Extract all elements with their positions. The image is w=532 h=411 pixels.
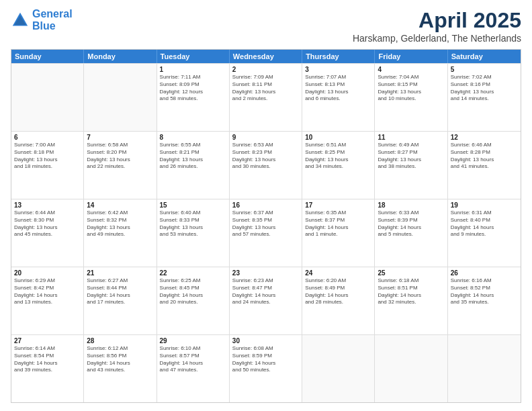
calendar-cell — [11, 64, 84, 131]
calendar-header-cell: Tuesday — [157, 50, 230, 63]
cell-info: Sunrise: 7:04 AMSunset: 8:15 PMDaylight:… — [378, 74, 444, 103]
cell-info: Sunrise: 6:40 AMSunset: 8:33 PMDaylight:… — [160, 210, 226, 238]
day-number: 30 — [232, 337, 299, 345]
cell-info: Sunrise: 6:20 AMSunset: 8:49 PMDaylight:… — [305, 277, 371, 306]
calendar-row: 1Sunrise: 7:11 AMSunset: 8:09 PMDaylight… — [11, 63, 521, 131]
cell-info: Sunrise: 6:18 AMSunset: 8:51 PMDaylight:… — [378, 277, 444, 306]
calendar-cell: 17Sunrise: 6:35 AMSunset: 8:37 PMDayligh… — [302, 199, 375, 267]
cell-info: Sunrise: 7:07 AMSunset: 8:13 PMDaylight:… — [305, 74, 371, 103]
calendar-cell: 14Sunrise: 6:42 AMSunset: 8:32 PMDayligh… — [84, 199, 157, 267]
cell-info: Sunrise: 6:08 AMSunset: 8:59 PMDaylight:… — [232, 345, 299, 374]
calendar-cell — [84, 64, 157, 131]
day-number: 6 — [14, 134, 81, 141]
calendar-cell: 10Sunrise: 6:51 AMSunset: 8:25 PMDayligh… — [302, 132, 375, 199]
calendar-header-cell: Thursday — [302, 50, 375, 63]
calendar-cell: 25Sunrise: 6:18 AMSunset: 8:51 PMDayligh… — [375, 267, 447, 334]
calendar-cell: 24Sunrise: 6:20 AMSunset: 8:49 PMDayligh… — [302, 267, 375, 334]
calendar-cell — [448, 335, 521, 402]
calendar-header-cell: Wednesday — [230, 50, 302, 63]
calendar-cell: 29Sunrise: 6:10 AMSunset: 8:57 PMDayligh… — [157, 335, 230, 402]
cell-info: Sunrise: 6:16 AMSunset: 8:52 PMDaylight:… — [451, 277, 518, 306]
day-number: 10 — [305, 134, 371, 141]
calendar-cell: 9Sunrise: 6:53 AMSunset: 8:23 PMDaylight… — [230, 132, 302, 199]
calendar-cell: 1Sunrise: 7:11 AMSunset: 8:09 PMDaylight… — [157, 64, 230, 131]
day-number: 16 — [232, 201, 299, 209]
calendar-cell: 23Sunrise: 6:23 AMSunset: 8:47 PMDayligh… — [230, 267, 302, 334]
day-number: 22 — [160, 269, 226, 277]
main-title: April 2025 — [353, 8, 521, 33]
calendar-cell: 8Sunrise: 6:55 AMSunset: 8:21 PMDaylight… — [157, 132, 230, 199]
calendar-cell: 7Sunrise: 6:58 AMSunset: 8:20 PMDaylight… — [84, 132, 157, 199]
cell-info: Sunrise: 6:46 AMSunset: 8:28 PMDaylight:… — [451, 142, 518, 171]
calendar-cell: 26Sunrise: 6:16 AMSunset: 8:52 PMDayligh… — [448, 267, 521, 334]
day-number: 1 — [160, 66, 226, 73]
logo-text: General Blue — [32, 8, 73, 32]
calendar-row: 20Sunrise: 6:29 AMSunset: 8:42 PMDayligh… — [11, 267, 521, 334]
day-number: 29 — [160, 337, 226, 345]
cell-info: Sunrise: 6:51 AMSunset: 8:25 PMDaylight:… — [305, 142, 371, 171]
calendar-cell: 13Sunrise: 6:44 AMSunset: 8:30 PMDayligh… — [11, 199, 84, 267]
calendar-cell: 18Sunrise: 6:33 AMSunset: 8:39 PMDayligh… — [375, 199, 447, 267]
cell-info: Sunrise: 7:11 AMSunset: 8:09 PMDaylight:… — [160, 74, 226, 103]
calendar: SundayMondayTuesdayWednesdayThursdayFrid… — [11, 49, 521, 403]
calendar-cell — [375, 335, 447, 402]
calendar-cell — [302, 335, 375, 402]
calendar-header-cell: Monday — [84, 50, 157, 63]
day-number: 8 — [160, 134, 226, 141]
day-number: 17 — [305, 201, 371, 209]
calendar-cell: 28Sunrise: 6:12 AMSunset: 8:56 PMDayligh… — [84, 335, 157, 402]
page: General Blue April 2025 Harskamp, Gelder… — [0, 0, 532, 411]
calendar-cell: 2Sunrise: 7:09 AMSunset: 8:11 PMDaylight… — [230, 64, 302, 131]
calendar-cell: 11Sunrise: 6:49 AMSunset: 8:27 PMDayligh… — [375, 132, 447, 199]
cell-info: Sunrise: 7:09 AMSunset: 8:11 PMDaylight:… — [232, 74, 299, 103]
cell-info: Sunrise: 6:49 AMSunset: 8:27 PMDaylight:… — [378, 142, 444, 171]
day-number: 18 — [378, 201, 444, 209]
day-number: 2 — [232, 66, 299, 73]
cell-info: Sunrise: 6:31 AMSunset: 8:40 PMDaylight:… — [451, 210, 518, 238]
calendar-cell: 4Sunrise: 7:04 AMSunset: 8:15 PMDaylight… — [375, 64, 447, 131]
day-number: 28 — [87, 337, 153, 345]
calendar-cell: 19Sunrise: 6:31 AMSunset: 8:40 PMDayligh… — [448, 199, 521, 267]
day-number: 4 — [378, 66, 444, 73]
calendar-row: 6Sunrise: 7:00 AMSunset: 8:18 PMDaylight… — [11, 131, 521, 199]
calendar-cell: 21Sunrise: 6:27 AMSunset: 8:44 PMDayligh… — [84, 267, 157, 334]
calendar-cell: 12Sunrise: 6:46 AMSunset: 8:28 PMDayligh… — [448, 132, 521, 199]
logo-line2: Blue — [32, 20, 56, 32]
cell-info: Sunrise: 6:12 AMSunset: 8:56 PMDaylight:… — [87, 345, 153, 374]
calendar-cell: 20Sunrise: 6:29 AMSunset: 8:42 PMDayligh… — [11, 267, 84, 334]
calendar-cell: 15Sunrise: 6:40 AMSunset: 8:33 PMDayligh… — [157, 199, 230, 267]
calendar-cell: 22Sunrise: 6:25 AMSunset: 8:45 PMDayligh… — [157, 267, 230, 334]
sub-title: Harskamp, Gelderland, The Netherlands — [353, 33, 521, 44]
cell-info: Sunrise: 6:27 AMSunset: 8:44 PMDaylight:… — [87, 277, 153, 306]
day-number: 15 — [160, 201, 226, 209]
cell-info: Sunrise: 6:25 AMSunset: 8:45 PMDaylight:… — [160, 277, 226, 306]
calendar-cell: 30Sunrise: 6:08 AMSunset: 8:59 PMDayligh… — [230, 335, 302, 402]
day-number: 23 — [232, 269, 299, 277]
calendar-row: 13Sunrise: 6:44 AMSunset: 8:30 PMDayligh… — [11, 199, 521, 267]
day-number: 25 — [378, 269, 444, 277]
cell-info: Sunrise: 6:53 AMSunset: 8:23 PMDaylight:… — [232, 142, 299, 171]
cell-info: Sunrise: 6:42 AMSunset: 8:32 PMDaylight:… — [87, 210, 153, 238]
calendar-cell: 6Sunrise: 7:00 AMSunset: 8:18 PMDaylight… — [11, 132, 84, 199]
day-number: 11 — [378, 134, 444, 141]
day-number: 24 — [305, 269, 371, 277]
title-block: April 2025 Harskamp, Gelderland, The Net… — [353, 8, 521, 44]
day-number: 13 — [14, 201, 81, 209]
cell-info: Sunrise: 6:35 AMSunset: 8:37 PMDaylight:… — [305, 210, 371, 238]
logo-line1: General — [32, 8, 73, 19]
cell-info: Sunrise: 6:10 AMSunset: 8:57 PMDaylight:… — [160, 345, 226, 374]
day-number: 5 — [451, 66, 518, 73]
calendar-cell: 3Sunrise: 7:07 AMSunset: 8:13 PMDaylight… — [302, 64, 375, 131]
day-number: 21 — [87, 269, 153, 277]
day-number: 3 — [305, 66, 371, 73]
day-number: 14 — [87, 201, 153, 209]
calendar-header-cell: Friday — [375, 50, 447, 63]
day-number: 20 — [14, 269, 81, 277]
cell-info: Sunrise: 6:55 AMSunset: 8:21 PMDaylight:… — [160, 142, 226, 171]
day-number: 26 — [451, 269, 518, 277]
calendar-row: 27Sunrise: 6:14 AMSunset: 8:54 PMDayligh… — [11, 334, 521, 402]
day-number: 27 — [14, 337, 81, 345]
cell-info: Sunrise: 6:37 AMSunset: 8:35 PMDaylight:… — [232, 210, 299, 238]
calendar-cell: 27Sunrise: 6:14 AMSunset: 8:54 PMDayligh… — [11, 335, 84, 402]
day-number: 9 — [232, 134, 299, 141]
